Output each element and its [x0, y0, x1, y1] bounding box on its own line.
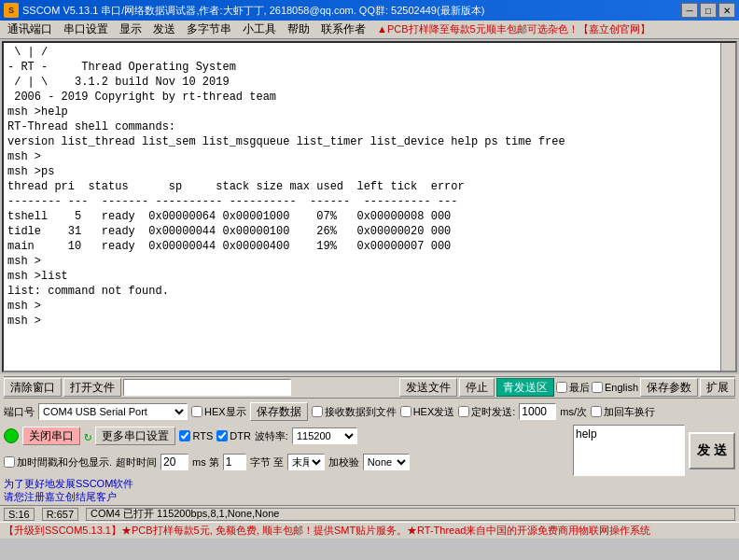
rts-checkbox[interactable] [179, 430, 190, 441]
port-select[interactable]: COM4 USB Serial Port [38, 403, 188, 420]
port-row: 端口号 COM4 USB Serial Port HEX显示 保存数据 接收数据… [4, 400, 735, 423]
newline-label[interactable]: 加回车换行 [591, 405, 655, 419]
english-checkbox-label[interactable]: English [592, 382, 638, 393]
dtr-checkbox[interactable] [216, 430, 228, 441]
menu-ad: ▲PCB打样降至每款5元顺丰包邮可选杂色！【嘉立创官网】 [371, 21, 656, 37]
interval-unit: ms/次 [560, 405, 587, 419]
send-input-area: 发 送 [573, 425, 735, 476]
timeout-unit: ms 第 [192, 455, 219, 469]
interval-input[interactable]: 1000 [519, 403, 556, 420]
receive-to-file-label[interactable]: 接收数据到文件 [312, 405, 397, 419]
save-data-btn[interactable]: 保存数据 [250, 402, 308, 421]
port-label: 端口号 [4, 405, 35, 419]
maximize-btn[interactable]: □ [700, 3, 717, 18]
menu-xianshi[interactable]: 显示 [114, 21, 147, 38]
menu-chuankou[interactable]: 串口设置 [58, 21, 114, 38]
close-port-btn[interactable]: 关闭串口 [22, 427, 80, 445]
checksum-select[interactable]: None [363, 454, 410, 470]
byte-num-input[interactable] [223, 454, 246, 470]
expand-btn[interactable]: 扩展 [700, 378, 735, 397]
serial-row: 关闭串口 ↻ 更多串口设置 RTS DTR 波特率: 115200 [4, 425, 569, 447]
baudrate-label: 波特率: [255, 429, 288, 443]
send-row: 关闭串口 ↻ 更多串口设置 RTS DTR 波特率: 115200 [4, 425, 735, 503]
ad-text: 为了更好地发展SSCOM软件 请您注册嘉立创结尾客户 [4, 477, 569, 503]
refresh-icon[interactable]: ↻ [84, 428, 91, 444]
timeout-input[interactable] [160, 454, 188, 470]
last-checkbox[interactable] [556, 382, 567, 393]
send-file-btn[interactable]: 发送文件 [399, 378, 457, 397]
title-bar-text: SSCOM V5.13.1 串口/网络数据调试器,作者:大虾丁丁, 261805… [22, 4, 484, 18]
english-checkbox[interactable] [592, 382, 603, 393]
checksum-label: 加校验 [328, 455, 359, 469]
menu-lianxi[interactable]: 联系作者 [315, 21, 371, 38]
end-select[interactable]: 末尾 [287, 454, 325, 470]
menu-bangzhu[interactable]: 帮助 [282, 21, 315, 38]
toolbar-row: 清除窗口 打开文件 发送文件 停止 青发送区 最后 English 保存参数 扩… [4, 376, 735, 399]
add-time-checkbox[interactable] [4, 456, 15, 468]
byte-label: 字节 至 [250, 455, 284, 469]
timed-send-label[interactable]: 定时发送: [458, 405, 515, 419]
newline-checkbox[interactable] [591, 406, 602, 417]
terminal-area: \ | / - RT - Thread Operating System / |… [2, 41, 737, 372]
add-time-label[interactable]: 加时間戳和分包显示. [4, 455, 112, 469]
port-status-indicator [4, 428, 19, 443]
dtr-label[interactable]: DTR [216, 430, 251, 441]
last-checkbox-label[interactable]: 最后 [556, 381, 590, 395]
minimize-btn[interactable]: ─ [681, 3, 698, 18]
open-file-btn[interactable]: 打开文件 [63, 378, 121, 397]
send-area-btn[interactable]: 青发送区 [496, 378, 554, 397]
title-bar: S SSCOM V5.13.1 串口/网络数据调试器,作者:大虾丁丁, 2618… [0, 0, 739, 21]
terminal-scrollbar-v[interactable] [720, 43, 735, 371]
command-input[interactable] [123, 379, 291, 396]
menu-bar: 通讯端口 串口设置 显示 发送 多字节串 小工具 帮助 联系作者 ▲PCB打样降… [0, 21, 739, 39]
hex-send-label[interactable]: HEX发送 [400, 405, 455, 419]
send-button[interactable]: 发 送 [689, 432, 735, 469]
title-bar-controls[interactable]: ─ □ ✕ [681, 3, 735, 18]
ad-text-2: 请您注册嘉立创结尾客户 [4, 490, 569, 503]
timed-send-checkbox[interactable] [458, 406, 469, 417]
status-s: S:16 [4, 508, 35, 521]
timestamp-row: 加时間戳和分包显示. 超时时间 ms 第 字节 至 末尾 加校验 None [4, 451, 569, 473]
hex-send-checkbox[interactable] [400, 406, 411, 417]
terminal-content: \ | / - RT - Thread Operating System / |… [4, 43, 735, 330]
clear-window-btn[interactable]: 清除窗口 [4, 378, 62, 397]
baudrate-select[interactable]: 115200 [292, 427, 357, 444]
rts-label[interactable]: RTS [179, 430, 213, 441]
menu-fasong[interactable]: 发送 [147, 21, 181, 38]
left-controls: 关闭串口 ↻ 更多串口设置 RTS DTR 波特率: 115200 [4, 425, 569, 503]
timeout-label: 超时时间 [116, 455, 157, 469]
app-icon: S [4, 3, 19, 18]
hex-display-checkbox[interactable] [191, 406, 202, 417]
save-params-btn[interactable]: 保存参数 [640, 378, 698, 397]
close-btn[interactable]: ✕ [718, 3, 735, 18]
more-settings-btn[interactable]: 更多串口设置 [95, 427, 175, 445]
receive-to-file-checkbox[interactable] [312, 406, 323, 417]
menu-xiaogongju[interactable]: 小工具 [237, 21, 282, 38]
hex-display-label[interactable]: HEX显示 [191, 405, 246, 419]
ad-text-1: 为了更好地发展SSCOM软件 [4, 477, 569, 490]
menu-tonxun[interactable]: 通讯端口 [2, 21, 58, 38]
controls-area: 清除窗口 打开文件 发送文件 停止 青发送区 最后 English 保存参数 扩… [0, 374, 739, 505]
status-bar: S:16 R:657 COM4 已打开 115200bps,8,1,None,N… [0, 505, 739, 522]
stop-btn[interactable]: 停止 [459, 378, 495, 397]
ad-bottom-text: 【升级到SSCOM5.13.1】★PCB打样每款5元, 免额色费, 顺丰包邮！提… [4, 524, 650, 538]
status-r: R:657 [42, 508, 78, 521]
title-bar-left: S SSCOM V5.13.1 串口/网络数据调试器,作者:大虾丁丁, 2618… [4, 3, 484, 18]
menu-duozijie[interactable]: 多字节串 [181, 21, 237, 38]
send-text-input[interactable] [573, 425, 685, 476]
ad-bottom-bar: 【升级到SSCOM5.13.1】★PCB打样每款5元, 免额色费, 顺丰包邮！提… [0, 522, 739, 539]
status-port: COM4 已打开 115200bps,8,1,None,None [86, 508, 735, 521]
